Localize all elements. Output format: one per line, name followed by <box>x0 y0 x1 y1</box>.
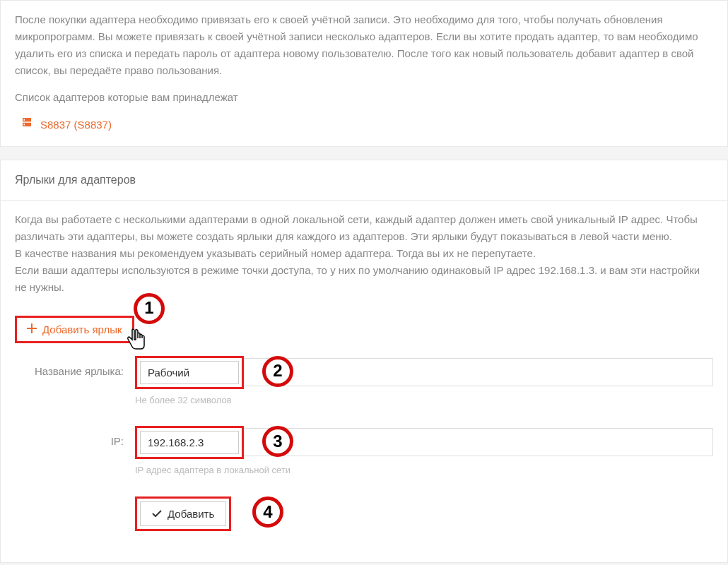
adapter-list-label: Список адаптеров которые вам принадлежат <box>15 89 713 106</box>
intro-text: После покупки адаптера необходимо привяз… <box>15 11 713 79</box>
adapter-link-label: S8837 (S8837) <box>40 117 112 133</box>
name-row: Название ярлыка: 2 Не более 32 символов <box>15 356 713 408</box>
add-submit-button[interactable]: Добавить <box>140 501 226 526</box>
name-hint: Не более 32 символов <box>135 393 713 408</box>
annotation-marker-2: 2 <box>262 356 293 387</box>
adapter-link[interactable]: S8837 (S8837) <box>15 116 713 133</box>
ip-row: IP: 3 IP адрес адаптера в локальной сети <box>15 426 713 478</box>
name-label: Название ярлыка: <box>15 356 135 380</box>
shortcuts-header: Ярлыки для адаптеров <box>1 160 727 201</box>
ip-label: IP: <box>15 426 135 450</box>
check-icon <box>152 508 162 520</box>
submit-row: Добавить 4 <box>15 496 713 531</box>
hdd-icon <box>20 116 33 133</box>
name-input[interactable] <box>140 361 239 384</box>
add-shortcut-label: Добавить ярлык <box>42 323 122 335</box>
ip-input[interactable] <box>140 431 239 454</box>
add-shortcut-button[interactable]: Добавить ярлык <box>15 316 134 343</box>
adapter-binding-panel: После покупки адаптера необходимо привяз… <box>0 0 728 147</box>
annotation-marker-1: 1 <box>134 293 165 324</box>
cursor-hand-icon <box>127 328 146 351</box>
add-submit-label: Добавить <box>168 508 214 520</box>
ip-hint: IP адрес адаптера в локальной сети <box>135 463 713 478</box>
plus-icon <box>27 323 37 335</box>
shortcuts-panel: Ярлыки для адаптеров Когда вы работаете … <box>0 160 728 563</box>
annotation-marker-4: 4 <box>252 496 283 528</box>
shortcuts-description: Когда вы работаете с несколькими адаптер… <box>15 211 713 296</box>
